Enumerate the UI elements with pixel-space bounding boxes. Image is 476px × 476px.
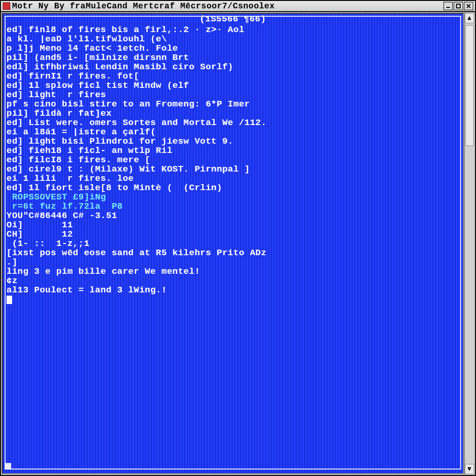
maximize-icon — [456, 3, 461, 9]
terminal-line: .] — [7, 258, 459, 267]
terminal-line: p l]j Meno l4 fact< 1etch. Fole — [7, 44, 459, 53]
terminal-lines: ed] finl8 of fires bis a firl,:.2 · z>· … — [7, 25, 459, 304]
terminal-line: ed] light bisi Plindroi for jiesw Vott 9… — [7, 137, 459, 146]
terminal-line: ed] light r fires — [7, 90, 459, 99]
terminal-line: ed] 1l splow ficl tist Mindw (elf — [7, 81, 459, 90]
scroll-down-button[interactable]: ▼ — [465, 464, 474, 474]
close-icon — [466, 3, 471, 9]
scroll-thumb[interactable] — [465, 25, 474, 146]
terminal-line: ed] cirel9 t : (Milaxe) Wit KOST. Pirnnp… — [7, 165, 459, 174]
terminal-line: [ixst pos wēd eose sand at R5 kilehrs Pr… — [7, 248, 459, 258]
terminal-header: (1S5566 ¶66) — [3, 14, 463, 24]
corner-notch-icon — [5, 463, 11, 469]
terminal-line: ed] 1l fiort isle[8 to Mintè ( (Crlin) — [7, 183, 459, 192]
terminal-line: (1- :: 1-z,;1 — [7, 239, 459, 248]
terminal-line: ROPSSOVEST £9]iNg — [7, 192, 459, 202]
terminal-line: r=6t fuz lf.72la P8 — [7, 202, 459, 211]
vertical-scrollbar[interactable]: ▲ ▼ — [464, 13, 474, 474]
window-buttons — [443, 2, 473, 10]
terminal-line: pil] fildà r fat]ex — [7, 109, 459, 118]
terminal-line: al13 Poulect = land 3 lWing.! — [7, 285, 459, 295]
terminal-line: ¢z — [7, 276, 459, 285]
terminal-frame: (1S5566 ¶66) ed] finl8 of fires bis a fi… — [2, 13, 464, 474]
terminal-line: ed] firnI1 r fires. fot[ — [7, 72, 459, 81]
terminal-line: ei 1 lili r fires. loe — [7, 174, 459, 183]
client-area: (1S5566 ¶66) ed] finl8 of fires bis a fi… — [2, 13, 474, 474]
terminal[interactable]: (1S5566 ¶66) ed] finl8 of fires bis a fi… — [3, 14, 463, 473]
scroll-up-button[interactable]: ▲ — [465, 13, 474, 23]
terminal-line: ed] finl8 of fires bis a firl,:.2 · z>· … — [7, 25, 459, 34]
titlebar: Motr Ny By fraMuleCand Mertcraf Mēcrsoor… — [1, 1, 475, 12]
scroll-track[interactable] — [465, 23, 474, 464]
terminal-line: pil] (and5 i- [milnize dirsnn Brt — [7, 53, 459, 62]
minimize-button[interactable] — [443, 2, 453, 10]
terminal-line: ling 3 e pim bille carer We mentel! — [7, 267, 459, 276]
terminal-line: a kl. |eaD l'l1.tifwlouhl (e\ — [7, 34, 459, 44]
maximize-button[interactable] — [454, 2, 463, 10]
terminal-line: ed] filcI8 i fires. mere [ — [7, 155, 459, 165]
window-title: Motr Ny By fraMuleCand Mertcraf Mēcrsoor… — [12, 1, 443, 11]
close-button[interactable] — [464, 2, 473, 10]
svg-rect-1 — [456, 4, 460, 8]
terminal-line: ed] List were. omers Sortes and Mortal W… — [7, 118, 459, 127]
cursor-icon — [7, 296, 12, 304]
terminal-line: Oi] 11 — [7, 220, 459, 230]
app-window: Motr Ny By fraMuleCand Mertcraf Mēcrsoor… — [0, 0, 476, 476]
terminal-line: pf s cino bisl stire to an Fromeng: 6*P … — [7, 99, 459, 109]
terminal-line: ed] fieh18 i ficl- an wtlp Ril — [7, 146, 459, 155]
terminal-line: edl] itfhbriwsi Lendin Masibl ciro Sorlf… — [7, 62, 459, 72]
terminal-cursor-line — [7, 295, 459, 304]
minimize-icon — [445, 3, 451, 9]
app-icon — [3, 2, 10, 10]
terminal-line: YOU"C#86446 C# -3.51 — [7, 211, 459, 220]
terminal-line: CH] 12 — [7, 230, 459, 239]
terminal-line: ei a l8á1 = |istre a çarlf( — [7, 127, 459, 137]
